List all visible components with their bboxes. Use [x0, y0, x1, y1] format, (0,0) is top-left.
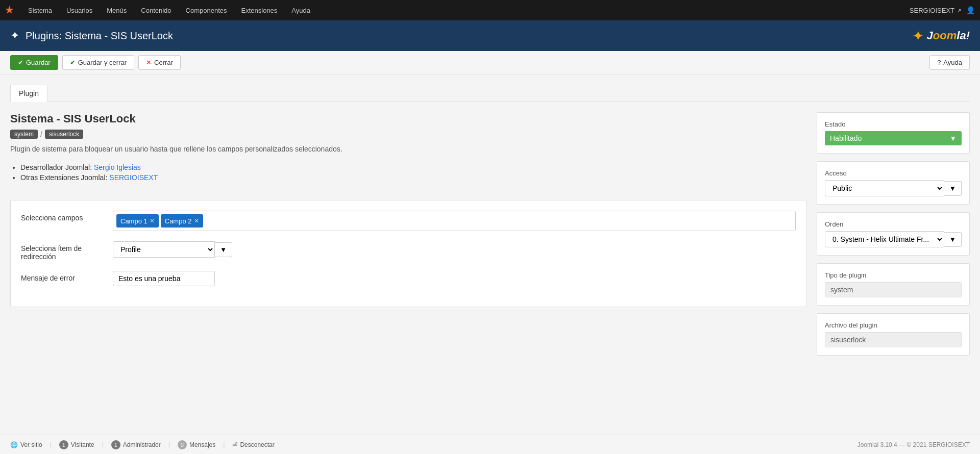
x-icon: ✕ — [146, 59, 152, 66]
close-label: Cerrar — [154, 59, 173, 66]
help-label: Ayuda — [943, 59, 962, 66]
field-tags-container[interactable]: Campo 1 ✕ Campo 2 ✕ — [113, 211, 796, 231]
plugin-title: Sistema - SIS UserLock — [10, 112, 806, 125]
field-tag-0[interactable]: Campo 1 ✕ — [116, 214, 159, 228]
error-label: Mensaje de error — [21, 271, 103, 282]
close-button[interactable]: ✕ Cerrar — [138, 55, 181, 70]
field-tag-1[interactable]: Campo 2 ✕ — [161, 214, 203, 228]
badge-system: system — [10, 130, 38, 139]
acceso-panel: Acceso Public ▼ — [817, 161, 970, 205]
estado-select[interactable]: Habilitado — [825, 131, 944, 145]
nav-item-sistema[interactable]: Sistema — [21, 0, 59, 20]
nav-item-ayuda[interactable]: Ayuda — [284, 0, 317, 20]
joomla-star-icon: ✦ — [912, 28, 924, 44]
nav-item-componentes[interactable]: Componentes — [179, 0, 234, 20]
estado-panel: Estado Habilitado ▼ — [817, 112, 970, 154]
ext-label: Otras Extensiones Joomlal: — [20, 173, 107, 182]
campos-control: Campo 1 ✕ Campo 2 ✕ — [113, 211, 796, 231]
breadcrumb-separator: / — [40, 130, 42, 138]
top-navigation: ★ Sistema Usuarios Menús Contenido Compo… — [0, 0, 980, 20]
nav-item-contenido[interactable]: Contenido — [134, 0, 178, 20]
field-tag-0-name: Campo 1 — [120, 217, 148, 225]
username-text: SERGIOISEXT — [910, 7, 954, 14]
nav-item-extensiones[interactable]: Extensiones — [234, 0, 285, 20]
help-button[interactable]: ? Ayuda — [929, 55, 970, 70]
help-icon: ? — [937, 59, 941, 66]
acceso-select[interactable]: Public — [825, 180, 944, 196]
check-icon: ✔ — [70, 59, 76, 66]
field-tag-1-name: Campo 2 — [165, 217, 192, 225]
tipo-label: Tipo de plugin — [825, 271, 962, 279]
nav-item-usuarios[interactable]: Usuarios — [59, 0, 100, 20]
acceso-dropdown-btn[interactable]: ▼ — [944, 181, 962, 196]
header-title-area: ✦ Plugins: Sistema - SIS UserLock — [10, 29, 173, 42]
redirect-select-dropdown-btn[interactable]: ▼ — [215, 242, 232, 257]
form-row-error: Mensaje de error — [21, 271, 796, 286]
tab-bar: Plugin — [10, 85, 970, 102]
ext-link-item: Otras Extensiones Joomlal: SERGIOISEXT — [20, 173, 806, 182]
redirect-select[interactable]: Profile — [113, 241, 215, 258]
top-nav-right: SERGIOISEXT ↗ 👤 — [910, 6, 975, 14]
form-section: Selecciona campos Campo 1 ✕ Campo 2 ✕ — [10, 200, 806, 307]
field-tag-1-remove[interactable]: ✕ — [194, 217, 199, 224]
joomla-brand-text: Joomla! — [927, 29, 970, 42]
nav-item-menus[interactable]: Menús — [100, 0, 134, 20]
user-icon[interactable]: 👤 — [966, 6, 975, 14]
plugin-description: Plugin de sistema para bloquear un usuar… — [10, 145, 806, 153]
joomla-logo: ✦ Joomla! — [912, 28, 970, 44]
acceso-select-wrap: Public ▼ — [825, 180, 962, 196]
page-title: Plugins: Sistema - SIS UserLock — [26, 30, 173, 42]
archivo-panel: Archivo del plugin sisuserlock — [817, 313, 970, 356]
tipo-value: system — [825, 282, 962, 297]
error-control — [113, 271, 796, 286]
badge-plugin: sisuserlock — [45, 130, 83, 139]
divider — [10, 192, 806, 192]
orden-select[interactable]: 0. System - Helix Ultimate Fr... — [825, 231, 944, 247]
username-display[interactable]: SERGIOISEXT ↗ — [910, 7, 961, 14]
header-bar: ✦ Plugins: Sistema - SIS UserLock ✦ Joom… — [0, 20, 980, 51]
external-link-icon: ↗ — [957, 8, 961, 13]
save-icon: ✔ — [18, 59, 23, 66]
dev-link[interactable]: Sergio Iglesias — [94, 163, 141, 171]
toolbar: ✔ Guardar ✔ Guardar y cerrar ✕ Cerrar ? … — [0, 51, 980, 74]
main-left-panel: Sistema - SIS UserLock system / sisuserl… — [10, 112, 806, 363]
orden-select-wrap: 0. System - Helix Ultimate Fr... ▼ — [825, 231, 962, 247]
joomla-nav-logo: ★ — [5, 5, 13, 16]
main-right-panel: Estado Habilitado ▼ Acceso Public ▼ — [817, 112, 970, 363]
acceso-label: Acceso — [825, 169, 962, 177]
tab-plugin[interactable]: Plugin — [10, 85, 47, 102]
tipo-panel: Tipo de plugin system — [817, 263, 970, 306]
redirect-label: Selecciona ítem de redirección — [21, 241, 103, 261]
save-close-button[interactable]: ✔ Guardar y cerrar — [62, 55, 134, 70]
nav-menu: Sistema Usuarios Menús Contenido Compone… — [21, 0, 910, 20]
orden-dropdown-btn[interactable]: ▼ — [944, 232, 962, 247]
orden-panel: Orden 0. System - Helix Ultimate Fr... ▼ — [817, 212, 970, 256]
redirect-control: Profile ▼ — [113, 241, 796, 258]
archivo-label: Archivo del plugin — [825, 321, 962, 329]
main-layout: Sistema - SIS UserLock system / sisuserl… — [10, 112, 970, 363]
plugin-breadcrumbs: system / sisuserlock — [10, 130, 806, 139]
form-row-redirect: Selecciona ítem de redirección Profile ▼ — [21, 241, 796, 261]
field-tag-0-remove[interactable]: ✕ — [150, 217, 155, 224]
estado-label: Estado — [825, 120, 962, 128]
save-button[interactable]: ✔ Guardar — [10, 55, 58, 70]
estado-select-wrap: Habilitado ▼ — [825, 131, 962, 145]
dev-label: Desarrollador Joomlal: — [20, 163, 92, 171]
plugin-icon: ✦ — [10, 29, 19, 42]
plugin-links: Desarrollador Joomlal: Sergio Iglesias O… — [10, 163, 806, 182]
save-label: Guardar — [26, 59, 51, 66]
save-close-label: Guardar y cerrar — [78, 59, 127, 66]
redirect-select-wrap: Profile ▼ — [113, 241, 796, 258]
error-input[interactable] — [113, 271, 215, 286]
ext-link[interactable]: SERGIOISEXT — [109, 173, 158, 182]
orden-label: Orden — [825, 220, 962, 228]
content-area: Plugin Sistema - SIS UserLock system / s… — [0, 74, 980, 434]
form-row-campos: Selecciona campos Campo 1 ✕ Campo 2 ✕ — [21, 211, 796, 231]
archivo-value: sisuserlock — [825, 332, 962, 347]
estado-dropdown-btn[interactable]: ▼ — [944, 131, 962, 145]
campos-label: Selecciona campos — [21, 211, 103, 222]
dev-link-item: Desarrollador Joomlal: Sergio Iglesias — [20, 163, 806, 171]
